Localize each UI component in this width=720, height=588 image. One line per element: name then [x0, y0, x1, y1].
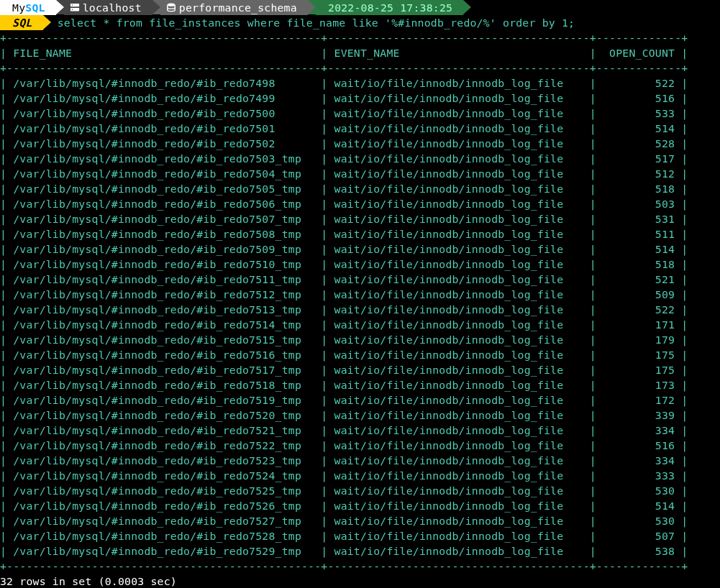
brand-suffix: SQL: [25, 1, 45, 14]
svg-point-4: [168, 4, 176, 6]
chevron-right-icon: [308, 0, 316, 14]
chevron-right-icon: [463, 0, 471, 14]
brand-prefix: My: [12, 1, 25, 14]
mode-segment: SQL: [0, 15, 43, 30]
host-segment: localhost: [64, 0, 152, 15]
server-icon: [70, 1, 83, 14]
mode-label: SQL: [12, 17, 32, 29]
chevron-right-icon: [152, 0, 160, 14]
host-label: localhost: [83, 1, 142, 14]
result-table: +---------------------------------------…: [0, 30, 720, 574]
svg-point-2: [71, 4, 73, 6]
sql-query: select * from file_instances where file_…: [58, 17, 575, 29]
timestamp-label: 2022-08-25 17:38:25: [328, 1, 452, 14]
brand-segment: MySQL: [0, 0, 56, 15]
chevron-right-icon: [56, 0, 64, 14]
schema-label: performance_schema: [179, 1, 297, 14]
terminal-window[interactable]: MySQL localhost performance_schema 2022-…: [0, 0, 720, 588]
prompt-line-1: MySQL localhost performance_schema 2022-…: [0, 0, 720, 15]
database-icon: [166, 1, 179, 14]
timestamp-segment: 2022-08-25 17:38:25: [316, 0, 463, 15]
prompt-line-2[interactable]: SQL select * from file_instances where f…: [0, 15, 720, 30]
result-footer: 32 rows in set (0.0003 sec): [0, 574, 720, 588]
svg-point-3: [71, 9, 73, 10]
schema-segment: performance_schema: [160, 0, 308, 15]
chevron-right-icon: [43, 15, 51, 29]
